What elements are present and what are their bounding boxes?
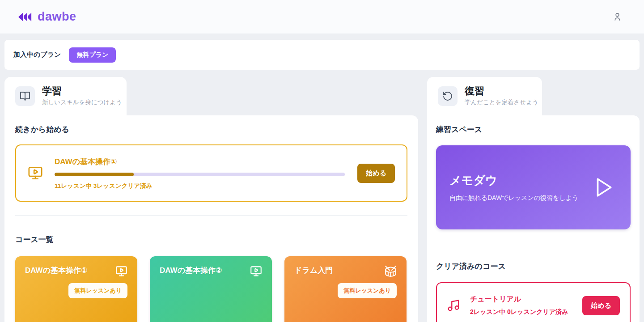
continue-card[interactable]: DAWの基本操作① 11レッスン中 3レッスンクリア済み 始める xyxy=(15,144,407,202)
plan-label: 加入中のプラン xyxy=(13,51,61,59)
brand-name: dawbe xyxy=(38,10,76,24)
tab-learning-title: 学習 xyxy=(42,86,122,97)
learning-divider xyxy=(15,215,407,216)
tutorial-progress-caption: 2レッスン中 0レッスンクリア済み xyxy=(470,308,572,316)
tutorial-title: チュートリアル xyxy=(470,295,572,304)
rotate-ccw-icon xyxy=(438,86,458,106)
app-header: dawbe xyxy=(0,0,644,34)
tutorial-card[interactable]: チュートリアル 2レッスン中 0レッスンクリア済み 始める xyxy=(436,282,631,322)
continue-start-button[interactable]: 始める xyxy=(357,164,395,183)
tab-review[interactable]: 復習 学んだことを定着させよう xyxy=(427,77,542,115)
brand-logo[interactable]: dawbe xyxy=(16,10,76,24)
monitor-play-icon xyxy=(115,265,127,277)
plan-banner: 加入中のプラン 無料プラン xyxy=(4,40,640,70)
plan-badge: 無料プラン xyxy=(69,47,116,63)
course-card-daw2[interactable]: DAWの基本操作② xyxy=(150,256,272,322)
course-title: ドラム入門 xyxy=(294,265,333,275)
continue-progress-fill xyxy=(55,173,134,176)
continue-course-title: DAWの基本操作① xyxy=(55,157,345,167)
continue-heading: 続きから始める xyxy=(15,124,407,135)
review-panel: 練習スペース メモダウ 自由に触れるDAWでレッスンの復習をしよう クリア済みの… xyxy=(427,115,640,322)
drum-icon xyxy=(385,265,397,277)
play-icon xyxy=(592,175,614,200)
course-title: DAWの基本操作② xyxy=(160,265,222,275)
continue-progress-caption: 11レッスン中 3レッスンクリア済み xyxy=(55,182,345,190)
courses-heading: コース一覧 xyxy=(15,234,407,245)
tab-review-subtitle: 学んだことを定着させよう xyxy=(465,98,538,106)
monitor-play-icon xyxy=(250,265,262,277)
continue-progress-bar xyxy=(55,173,345,176)
rewind-logo-icon xyxy=(16,11,33,23)
book-open-icon xyxy=(15,86,35,106)
user-account-icon[interactable] xyxy=(612,12,623,22)
free-lesson-badge: 無料レッスンあり xyxy=(338,283,397,298)
free-lesson-badge: 無料レッスンあり xyxy=(68,283,127,298)
music-note-icon xyxy=(447,299,460,312)
dashboard-page: dawbe 加入中のプラン 無料プラン 学習 新しいスキルを身につけよう 続きか… xyxy=(0,0,644,322)
course-card-daw1[interactable]: DAWの基本操作① 無料レッスンあり xyxy=(15,256,137,322)
monitor-play-icon xyxy=(28,165,43,181)
cleared-heading: クリア済みのコース xyxy=(436,261,631,271)
course-card-drum[interactable]: ドラム入門 無料レッスンあり xyxy=(284,256,407,322)
tutorial-start-button[interactable]: 始める xyxy=(582,296,620,315)
review-divider xyxy=(436,243,631,243)
tab-learning[interactable]: 学習 新しいスキルを身につけよう xyxy=(4,77,127,115)
tab-learning-subtitle: 新しいスキルを身につけよう xyxy=(42,98,122,106)
course-list: DAWの基本操作① 無料レッスンあり xyxy=(15,256,407,322)
learning-panel: 続きから始める DAWの基本操作① 11レッスン中 3レッスンクリア済み 始める… xyxy=(4,115,418,322)
practice-space-card[interactable]: メモダウ 自由に触れるDAWでレッスンの復習をしよう xyxy=(436,145,631,229)
course-title: DAWの基本操作① xyxy=(25,265,87,275)
tab-review-title: 復習 xyxy=(465,86,538,97)
practice-heading: 練習スペース xyxy=(436,124,631,135)
